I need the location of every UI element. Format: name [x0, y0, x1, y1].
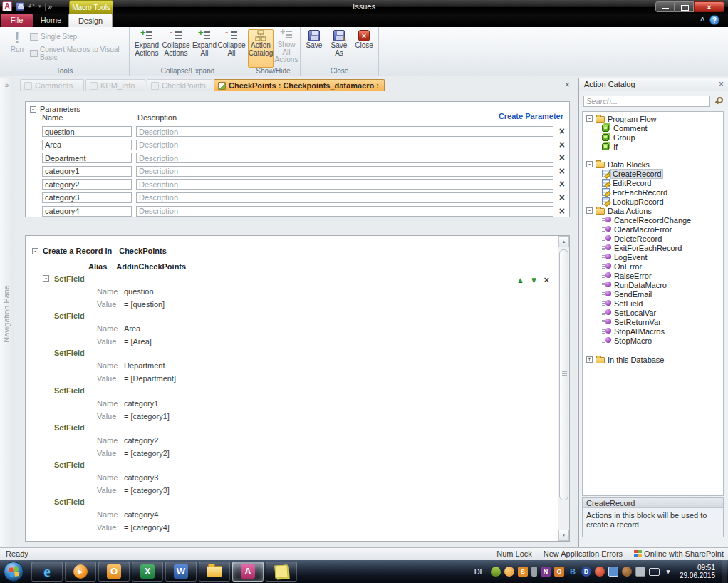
help-icon[interactable]: ?: [709, 15, 719, 25]
taskbar-excel[interactable]: X: [132, 562, 163, 582]
parameter-description-input[interactable]: [136, 126, 553, 137]
doc-tab-checkpoints[interactable]: CheckPoints: [147, 79, 212, 91]
parameter-name-input[interactable]: [42, 192, 132, 203]
macro-scrollbar[interactable]: ▲ ▼: [558, 236, 569, 541]
collapse-ribbon-icon[interactable]: ^: [700, 16, 704, 24]
scroll-up-icon[interactable]: ▲: [558, 236, 569, 247]
save-as-button[interactable]: ✎ Save As: [328, 30, 350, 57]
tree-item-rundatamacro[interactable]: RunDataMacro: [583, 280, 723, 289]
tree-folder-program-flow[interactable]: - Program Flow: [583, 114, 723, 123]
maximize-button[interactable]: [675, 1, 694, 12]
collapse-icon[interactable]: -: [586, 207, 593, 214]
field-name-value[interactable]: category1: [124, 399, 158, 408]
setfield-block[interactable]: SetField NameDepartment Value= [Departme…: [26, 349, 555, 386]
field-value-value[interactable]: = [Area]: [124, 337, 152, 346]
taskbar-sticky-notes[interactable]: [266, 562, 297, 582]
tree-item-createrecord[interactable]: CreateRecord: [583, 169, 723, 178]
delete-parameter-icon[interactable]: ×: [559, 178, 565, 190]
move-down-icon[interactable]: ▼: [531, 276, 538, 284]
field-value-value[interactable]: = [category3]: [124, 486, 170, 495]
tree-folder-in-this-database[interactable]: + In this Database: [583, 355, 723, 364]
parameter-name-input[interactable]: [42, 140, 132, 150]
expand-nav-pane-icon[interactable]: »: [0, 81, 14, 89]
catalog-search-input[interactable]: [583, 96, 710, 107]
tree-item-exitforeachrecord[interactable]: ExitForEachRecord: [583, 243, 723, 252]
doc-tab-kpm-info[interactable]: KPM_Info: [85, 79, 145, 91]
taskbar-internet-explorer[interactable]: e: [31, 562, 63, 582]
tree-item-setfield[interactable]: SetField: [583, 299, 723, 308]
setfield-block[interactable]: SetField Namecategory4 Value= [category4…: [26, 497, 555, 535]
tree-item-raiseerror[interactable]: RaiseError: [583, 271, 723, 280]
field-name-value[interactable]: category2: [124, 436, 158, 445]
bluetooth-icon[interactable]: B: [568, 567, 578, 577]
move-up-icon[interactable]: ▲: [517, 276, 524, 284]
speaker-icon[interactable]: ▾: [663, 567, 673, 577]
setfield-action-label[interactable]: SetField: [54, 349, 85, 357]
tree-item-onerror[interactable]: OnError: [583, 262, 723, 271]
delete-parameter-icon[interactable]: ×: [559, 139, 565, 150]
tab-design[interactable]: Design: [68, 14, 113, 27]
parameter-description-input[interactable]: [136, 140, 553, 150]
field-value-value[interactable]: = [category1]: [124, 412, 170, 421]
single-step-button[interactable]: Single Step: [30, 33, 77, 41]
parameter-name-input[interactable]: [42, 153, 132, 163]
tree-folder-data-actions[interactable]: - Data Actions: [583, 206, 723, 215]
setfield-action-label[interactable]: SetField: [54, 311, 85, 320]
minimize-button[interactable]: [655, 1, 675, 12]
delete-parameter-icon[interactable]: ×: [559, 192, 565, 203]
collapse-setfield-icon[interactable]: -: [43, 275, 49, 282]
tray-orange-icon[interactable]: [504, 567, 514, 577]
delete-setfield-icon[interactable]: ×: [544, 274, 549, 285]
tree-item-editrecord[interactable]: EditRecord: [583, 178, 723, 187]
setfield-action-label[interactable]: SetField: [54, 386, 85, 395]
taskbar-access-active[interactable]: A: [232, 562, 264, 582]
field-value-value[interactable]: = [category4]: [124, 523, 170, 532]
expand-actions-button[interactable]: + Expand Actions: [132, 30, 161, 57]
tray-brown-icon[interactable]: [622, 567, 632, 577]
action-catalog-button[interactable]: Action Catalog: [248, 29, 274, 68]
tab-home[interactable]: Home: [33, 14, 68, 27]
delete-parameter-icon[interactable]: ×: [559, 125, 565, 137]
field-name-value[interactable]: question: [124, 287, 154, 296]
tree-item-logevent[interactable]: LogEvent: [583, 252, 723, 262]
field-name-value[interactable]: category3: [124, 473, 158, 482]
setfield-block[interactable]: SetField Namecategory1 Value= [category1…: [26, 386, 555, 423]
create-record-target[interactable]: CheckPoints: [119, 247, 167, 255]
parameter-description-input[interactable]: [136, 166, 553, 177]
close-macro-button[interactable]: × Close: [353, 30, 375, 50]
convert-macros-button[interactable]: Convert Macros to Visual Basic: [30, 46, 129, 61]
tree-item-stopmacro[interactable]: StopMacro: [583, 336, 723, 345]
field-name-value[interactable]: category4: [124, 510, 158, 519]
onenote-icon[interactable]: N: [541, 567, 551, 577]
taskbar-media-player[interactable]: ▶: [65, 562, 96, 582]
collapse-all-button[interactable]: - Collapse All: [218, 30, 245, 57]
field-value-value[interactable]: = [question]: [124, 300, 165, 309]
delete-parameter-icon[interactable]: ×: [559, 205, 565, 217]
field-value-value[interactable]: = [category2]: [124, 449, 170, 458]
tree-item-group[interactable]: Group: [583, 133, 723, 142]
setfield-action-label[interactable]: SetField: [54, 460, 85, 469]
collapse-parameters-icon[interactable]: -: [30, 106, 36, 113]
field-name-value[interactable]: Department: [124, 361, 165, 370]
collapse-block-icon[interactable]: -: [32, 248, 38, 254]
expand-all-button[interactable]: + Expand All: [191, 30, 218, 57]
tab-file[interactable]: File: [1, 14, 33, 27]
tree-item-setlocalvar[interactable]: SetLocalVar: [583, 308, 723, 317]
tray-pin-icon[interactable]: [531, 567, 537, 577]
tree-item-comment[interactable]: Comment: [583, 123, 723, 133]
show-desktop-button[interactable]: [722, 560, 727, 583]
parameter-description-input[interactable]: [136, 179, 553, 190]
tree-item-if[interactable]: If: [583, 142, 723, 151]
taskbar-word[interactable]: W: [165, 562, 197, 582]
tree-folder-data-blocks[interactable]: - Data Blocks: [583, 160, 723, 169]
search-icon[interactable]: [717, 97, 723, 103]
network-icon[interactable]: [649, 568, 660, 576]
collapse-actions-button[interactable]: - Collapse Actions: [161, 30, 191, 57]
doc-tab-checkpoints-datamacro[interactable]: CheckPoints : Checkpoints_datamacro :: [214, 79, 385, 91]
tray-red-icon[interactable]: [595, 567, 605, 577]
field-value-value[interactable]: = [Department]: [124, 374, 176, 383]
setfield-action-label[interactable]: SetField: [54, 423, 85, 432]
security-shield-icon[interactable]: [491, 567, 501, 577]
setfield-block[interactable]: SetField NameArea Value= [Area]: [26, 311, 555, 349]
expand-icon[interactable]: +: [586, 356, 593, 363]
